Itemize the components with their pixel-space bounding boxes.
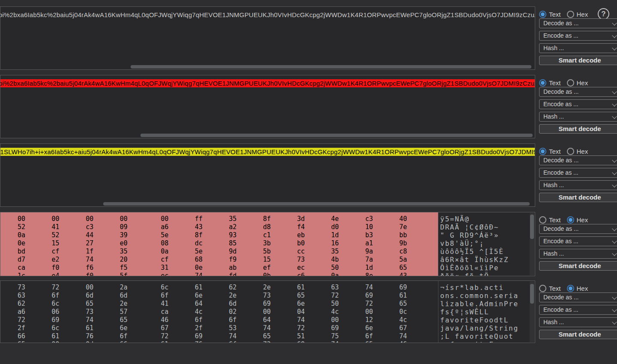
horizontal-scrollbar-3[interactable]: [103, 202, 530, 206]
hex-view-1[interactable]: 0000000000ff358f3d4ec3405241c309a643a2d8…: [0, 212, 535, 276]
scrollbar-thumb[interactable]: [530, 284, 534, 304]
vertical-scrollbar-1[interactable]: [530, 213, 534, 275]
hex-byte: 10: [365, 223, 399, 231]
text-radio[interactable]: [539, 285, 546, 292]
hex-view-2[interactable]: 7372002a6c61622e61637469636f6d6d6f6e2e73…: [0, 280, 535, 343]
ascii-row: ùôôô½Ï5 ^[Ì5È: [440, 248, 530, 256]
decoder-input-area-2[interactable]: oi%2bxa6Iab5kc%2baiu5j04rAk4wA16KwHm4qL0…: [0, 75, 535, 138]
ascii-row: lizable.AdminPre: [440, 300, 530, 308]
mode-radio-row-2: Text Hex: [539, 78, 617, 87]
chevron-down-icon: [612, 226, 617, 231]
hex-byte: ca: [18, 264, 52, 272]
ascii-pane[interactable]: ¬ísr*lab.actions.common.serializable.Adm…: [439, 281, 530, 343]
encode-as-select[interactable]: Encode as ...: [539, 236, 617, 246]
hex-byte: 00: [120, 215, 154, 223]
hex-byte: 63: [331, 283, 365, 292]
hash-select[interactable]: Hash ...: [539, 43, 617, 53]
hex-byte: d8: [263, 223, 297, 231]
hex-radio[interactable]: [567, 148, 574, 155]
horizontal-scrollbar-1[interactable]: [131, 65, 531, 69]
scrollbar-thumb[interactable]: [530, 215, 534, 239]
ascii-row: â6R×ât ÏhùsKzZ: [440, 256, 530, 264]
hex-byte: e0: [120, 239, 154, 248]
hex-byte: 8f: [263, 215, 297, 223]
hex-byte: 41: [52, 223, 86, 231]
hex-bytes-pane[interactable]: 7372002a6c61622e61637469636f6d6d6f6e2e73…: [0, 281, 438, 343]
hex-byte: 62: [18, 300, 52, 308]
decoder-controls-5: Text Hex Decode as ... Encode as ... Has…: [539, 280, 617, 339]
hex-radio[interactable]: [567, 216, 574, 224]
horizontal-scrollbar-2[interactable]: [140, 134, 533, 137]
hex-byte: 69: [365, 292, 399, 300]
hash-select[interactable]: Hash ...: [539, 317, 617, 327]
text-radio[interactable]: [539, 79, 546, 87]
hash-select[interactable]: Hash ...: [539, 180, 617, 190]
smart-decode-button[interactable]: Smart decode: [539, 261, 617, 271]
hex-byte: 57: [120, 308, 154, 316]
ascii-row: java/lang/String: [440, 324, 530, 332]
hex-byte: c1: [263, 231, 297, 239]
hex-byte: 2f: [18, 324, 52, 332]
hex-byte: 65: [365, 340, 399, 343]
hex-row: 7372002a6c61622e61637469: [0, 283, 438, 292]
encode-as-select[interactable]: Encode as ...: [539, 305, 617, 315]
decoder-controls-1: Text Hex ? Decode as ... Encode as ... H…: [539, 6, 617, 65]
hex-byte: 69: [297, 340, 331, 343]
hex-byte: 72: [263, 340, 297, 343]
smart-decode-button[interactable]: Smart decode: [539, 124, 617, 134]
ascii-row: fs{º¦sWÊLL: [440, 308, 530, 316]
ascii-pane[interactable]: ÿ5=NÃ@DRAÃ ¦C¢ØôÐ~" G RD9^Áë³»vb8'àÜ;°¡ù…: [439, 212, 530, 276]
smart-decode-button[interactable]: Smart decode: [539, 56, 617, 65]
text-radio[interactable]: [539, 11, 546, 18]
hex-byte: 65: [297, 292, 331, 300]
hex-byte: ff: [195, 215, 229, 223]
decoder-input-area-3[interactable]: i1SLWHo7ih+i+xa6Iab5kc+aiu5j04rAk4wA16Kw…: [0, 143, 535, 207]
encode-as-select[interactable]: Encode as ...: [539, 168, 617, 178]
hash-select[interactable]: Hash ...: [539, 112, 617, 122]
hex-byte: 6f: [229, 316, 263, 324]
text-radio[interactable]: [539, 148, 546, 155]
hex-row: a6067357ca4c0200044c000c: [0, 308, 438, 316]
chevron-down-icon: [612, 33, 617, 38]
hex-byte: 65: [263, 332, 297, 340]
hex-byte: 69: [263, 300, 297, 308]
hex-radio[interactable]: [567, 285, 574, 292]
encode-as-select[interactable]: Encode as ...: [539, 99, 617, 109]
decode-as-select[interactable]: Decode as ...: [539, 224, 617, 234]
hex-row: 636f6d6d6f6e2e7365726961: [0, 292, 438, 300]
text-radio[interactable]: [539, 216, 546, 224]
smart-decode-button[interactable]: Smart decode: [539, 330, 617, 339]
hex-radio-label: Hex: [577, 11, 588, 18]
vertical-scrollbar-2[interactable]: [530, 281, 534, 342]
chevron-down-icon: [612, 45, 617, 50]
hex-byte: ec: [297, 264, 331, 272]
encode-as-label: Encode as ...: [543, 101, 578, 107]
hex-row: bdcf1f350a5e9d5bcc359ac8: [0, 248, 438, 256]
ascii-row: e favoriteF: [440, 340, 530, 343]
decode-as-select[interactable]: Decode as ...: [539, 292, 617, 302]
decode-as-select[interactable]: Decode as ...: [539, 18, 617, 28]
hex-byte: 46: [399, 340, 434, 343]
hex-byte: 66: [120, 340, 154, 343]
encoded-text-2: oi%2bxa6Iab5kc%2baiu5j04rAk4wA16KwHm4qL0…: [0, 79, 535, 87]
hex-byte: 52: [52, 231, 86, 239]
hex-byte: 1d: [365, 264, 399, 272]
mode-radio-row-1: Text Hex ?: [539, 10, 617, 18]
decode-as-select[interactable]: Decode as ...: [539, 87, 617, 97]
chevron-down-icon: [612, 21, 617, 25]
hex-byte: 16: [331, 239, 365, 248]
decoder-controls-4: Text Hex Decode as ... Encode as ... Has…: [539, 212, 617, 271]
decoder-input-area-1[interactable]: oi%2bxa6Iab5kc%2baiu5j04rAk4wA16KwHm4qL0…: [0, 6, 535, 70]
encode-as-select[interactable]: Encode as ...: [539, 31, 617, 41]
smart-decode-button[interactable]: Smart decode: [539, 193, 617, 202]
hex-byte: 74: [263, 324, 297, 332]
decode-as-label: Decode as ...: [543, 20, 579, 27]
help-icon[interactable]: ?: [598, 8, 609, 20]
hash-select[interactable]: Hash ...: [539, 249, 617, 259]
hex-radio[interactable]: [567, 79, 574, 87]
hex-radio[interactable]: [567, 11, 574, 18]
hex-byte: 65: [399, 300, 434, 308]
hex-row: d7e27420cf68f915734b7a5a: [0, 256, 438, 264]
decode-as-select[interactable]: Decode as ...: [539, 155, 617, 165]
hex-bytes-pane[interactable]: 0000000000ff358f3d4ec3405241c309a643a2d8…: [0, 212, 438, 276]
